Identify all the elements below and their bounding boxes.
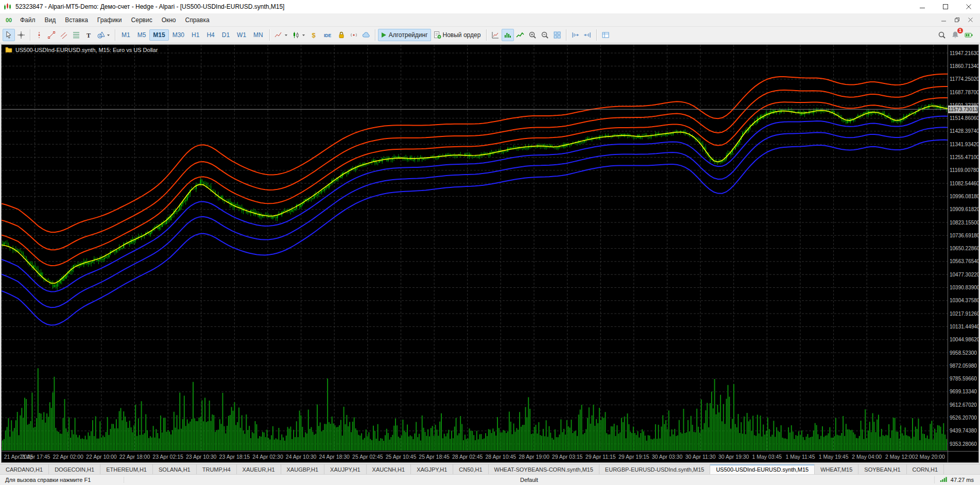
- chart-tab-15[interactable]: SOYBEAN,H1: [858, 464, 906, 474]
- child-close-button[interactable]: [965, 15, 976, 25]
- metaeditor-ide-button[interactable]: IDE: [320, 29, 335, 41]
- new-order-button[interactable]: Новый ордер: [431, 29, 484, 41]
- svg-text:10044.98620: 10044.98620: [950, 337, 978, 342]
- minimize-button[interactable]: [910, 0, 934, 13]
- chart-tab-12[interactable]: EURGBP-EURUSD-USDInd.synth,M15: [599, 464, 711, 474]
- menu-item-3[interactable]: Графики: [93, 14, 127, 26]
- latency-text: 47.27 ms: [951, 477, 974, 483]
- market-watch-toggle[interactable]: $: [307, 29, 320, 41]
- child-minimize-button[interactable]: [938, 15, 949, 25]
- menu-item-1[interactable]: Вид: [40, 14, 61, 26]
- chart-tab-0[interactable]: CARDANO,H1: [0, 464, 49, 474]
- chart-tab-4[interactable]: TRUMP,H4: [197, 464, 237, 474]
- arrange-panel-left-button[interactable]: [569, 29, 581, 41]
- toolbar-separator: [30, 29, 30, 41]
- tick-chart-toggle[interactable]: [489, 29, 502, 41]
- text-tool[interactable]: T: [82, 29, 95, 41]
- svg-text:11255.47100: 11255.47100: [950, 154, 978, 160]
- timeframe-m30[interactable]: M30: [169, 29, 188, 41]
- lock-toggle[interactable]: [335, 29, 348, 41]
- timeframe-h1[interactable]: H1: [188, 29, 203, 41]
- close-button[interactable]: [957, 0, 980, 13]
- svg-text:1 May 11:45: 1 May 11:45: [785, 454, 815, 460]
- tile-windows-button[interactable]: [551, 29, 563, 41]
- svg-text:25 Apr 02:45: 25 Apr 02:45: [352, 454, 383, 460]
- svg-text:11860.71340: 11860.71340: [950, 63, 978, 69]
- equidistant-channel-tool[interactable]: [58, 29, 70, 41]
- chart-tab-10[interactable]: CN50,H1: [453, 464, 488, 474]
- svg-text:10736.69180: 10736.69180: [950, 233, 978, 238]
- zoom-in-button[interactable]: [526, 29, 539, 41]
- zoom-out-button[interactable]: [539, 29, 551, 41]
- algo-trading-button[interactable]: Алготрейдинг: [378, 29, 431, 41]
- menu-item-0[interactable]: Файл: [15, 14, 40, 26]
- svg-text:21 Apr 17:45: 21 Apr 17:45: [20, 454, 50, 460]
- timeframe-m1[interactable]: M1: [118, 29, 134, 41]
- svg-text:28 Apr 10:45: 28 Apr 10:45: [486, 454, 517, 460]
- chart-tab-6[interactable]: XAUGBP,H1: [281, 464, 325, 474]
- trendline-tool[interactable]: [45, 29, 58, 41]
- svg-text:10909.61820: 10909.61820: [950, 206, 978, 212]
- svg-text:10823.15500: 10823.15500: [950, 220, 978, 226]
- chart-tab-14[interactable]: WHEAT,M15: [815, 464, 858, 474]
- status-help-text: Для вызова справки нажмите F1: [0, 477, 124, 483]
- cursor-tool[interactable]: [3, 29, 15, 41]
- svg-text:2 May 04:00: 2 May 04:00: [852, 454, 882, 460]
- crosshair-tool[interactable]: [15, 29, 27, 41]
- timeframe-m15[interactable]: M15: [149, 29, 168, 41]
- timeframe-mn[interactable]: MN: [250, 29, 267, 41]
- svg-text:$: $: [312, 31, 316, 39]
- menu-item-5[interactable]: Окно: [157, 14, 181, 26]
- timeframe-h4[interactable]: H4: [203, 29, 218, 41]
- svg-text:11514.86060: 11514.86060: [950, 115, 978, 121]
- svg-text:2 May 20:00: 2 May 20:00: [915, 454, 945, 460]
- chart-tab-2[interactable]: ETHEREUM,H1: [100, 464, 153, 474]
- child-restore-button[interactable]: [951, 15, 962, 25]
- maximize-button[interactable]: [934, 0, 957, 13]
- chart-tab-8[interactable]: XAUCNH,H1: [367, 464, 411, 474]
- svg-text:1 May 03:45: 1 May 03:45: [752, 454, 782, 460]
- chart-tab-13[interactable]: US500-USDInd-EURUSD.synth,M15: [710, 464, 815, 474]
- timeframe-d1[interactable]: D1: [218, 29, 233, 41]
- line-chart-type[interactable]: [272, 29, 290, 41]
- chart-tab-5[interactable]: XAUEUR,H1: [237, 464, 281, 474]
- timeframe-m5[interactable]: M5: [134, 29, 150, 41]
- chart-tab-7[interactable]: XAUJPY,H1: [324, 464, 367, 474]
- svg-text:11082.54460: 11082.54460: [950, 181, 978, 186]
- cloud-service-button[interactable]: [360, 29, 372, 41]
- toolbar-separator: [375, 29, 375, 41]
- svg-text:10390.83900: 10390.83900: [950, 285, 978, 290]
- child-window-controls: [938, 15, 980, 25]
- svg-text:10650.22860: 10650.22860: [950, 246, 978, 251]
- chart-tab-1[interactable]: DOGECOIN,H1: [49, 464, 100, 474]
- svg-text:9612.67020: 9612.67020: [950, 402, 977, 408]
- vertical-line-tool[interactable]: [33, 29, 45, 41]
- chart-tab-11[interactable]: WHEAT-SOYBEANS-CORN.synth,M15: [489, 464, 599, 474]
- chart-tab-3[interactable]: SOLANA,H1: [153, 464, 197, 474]
- svg-text:9958.52300: 9958.52300: [950, 350, 977, 356]
- chart-tab-16[interactable]: CORN,H1: [907, 464, 944, 474]
- signals-service-button[interactable]: [348, 29, 360, 41]
- depth-of-market-toggle[interactable]: [514, 29, 526, 41]
- fibonacci-tool[interactable]: [70, 29, 82, 41]
- notifications-button[interactable]: 1: [949, 29, 961, 41]
- chart-tab-9[interactable]: XAGJPY,H1: [411, 464, 453, 474]
- connection-power-indicator[interactable]: [962, 29, 975, 41]
- toolbar: TM1M5M15M30H1H4D1W1MN$IDEАлготрейдингНов…: [0, 27, 980, 43]
- menu-item-6[interactable]: Справка: [181, 14, 214, 26]
- toolbar-separator: [115, 29, 115, 41]
- data-window-toggle[interactable]: [599, 29, 612, 41]
- svg-text:23 Apr 02:15: 23 Apr 02:15: [152, 454, 183, 460]
- arrange-panel-right-button[interactable]: [581, 29, 594, 41]
- shapes-tool[interactable]: [95, 29, 112, 41]
- svg-text:29 Apr 19:15: 29 Apr 19:15: [618, 454, 649, 460]
- volumes-toggle[interactable]: [502, 29, 514, 41]
- menu-item-4[interactable]: Сервис: [127, 14, 157, 26]
- chart-canvas[interactable]: 11947.2163011860.7134011774.2502011687.7…: [2, 45, 978, 462]
- timeframe-w1[interactable]: W1: [233, 29, 250, 41]
- search-button[interactable]: [936, 29, 948, 41]
- status-profile[interactable]: Default: [515, 477, 543, 483]
- svg-text:T: T: [87, 31, 91, 39]
- menu-item-2[interactable]: Вставка: [60, 14, 93, 26]
- candle-chart-type[interactable]: [290, 29, 307, 41]
